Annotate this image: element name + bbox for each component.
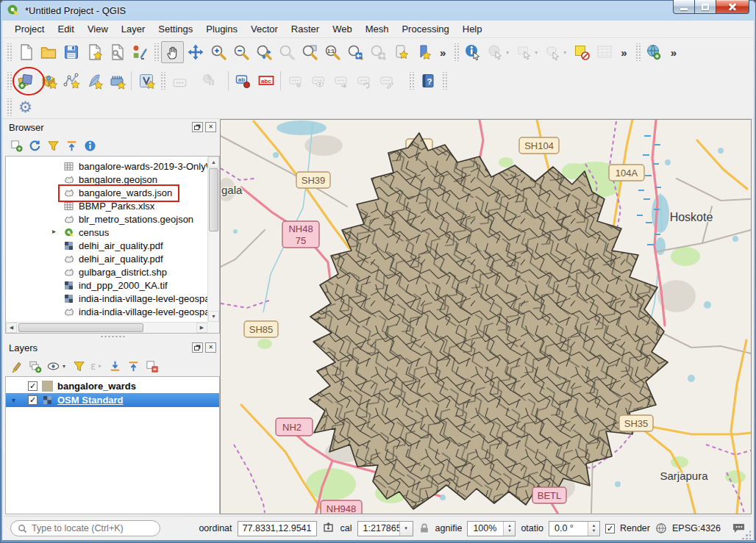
zoom-full-extent-button[interactable] — [252, 41, 275, 63]
combo-dropdown-icon[interactable]: ▾ — [399, 522, 413, 536]
scroll-left-icon[interactable]: ◀ — [6, 323, 17, 333]
pan-map-button[interactable] — [161, 41, 184, 63]
zoom-native-button[interactable]: 1:1 — [321, 41, 343, 63]
browser-item[interactable]: blr_metro_stations.geojson — [6, 212, 219, 226]
browser-item-census[interactable]: ▸census — [6, 226, 219, 239]
toolbar-grip[interactable] — [6, 98, 12, 116]
menu-layer[interactable]: Layer — [115, 21, 152, 37]
map-canvas[interactable]: S NH2 SH39 SH104 104A — [221, 120, 751, 514]
render-checkbox[interactable]: ✓ — [605, 524, 615, 533]
run-feature-action-button[interactable]: ▾ — [484, 41, 507, 63]
pin-unpin-labels-button[interactable] — [284, 70, 307, 92]
menu-web[interactable]: Web — [326, 21, 359, 37]
browser-horizontal-scrollbar[interactable]: ◀ ▶ — [6, 322, 207, 333]
browser-item[interactable]: india-india-village-level-geospa — [6, 292, 219, 305]
pan-to-selection-button[interactable] — [184, 41, 207, 63]
browser-item[interactable]: bangalore-wards-2019-3-OnlyW — [6, 159, 219, 173]
browser-item[interactable]: gulbarga_district.shp — [6, 265, 219, 278]
locator-input[interactable] — [32, 523, 153, 533]
toolbar-overflow-chevron[interactable]: » — [616, 46, 632, 59]
layer-name[interactable]: bangalore_wards — [57, 381, 136, 392]
crs-status[interactable]: EPSG:4326 — [672, 523, 721, 533]
scroll-down-icon[interactable]: ▼ — [208, 311, 219, 322]
locator-box[interactable] — [10, 520, 160, 536]
dropdown-caret-icon[interactable]: ▾ — [532, 49, 540, 56]
menu-project[interactable]: Project — [8, 21, 51, 37]
toolbar-grip[interactable] — [6, 43, 12, 61]
spin-down-icon[interactable]: ▼ — [592, 529, 596, 533]
dropdown-caret-icon[interactable]: ▾ — [504, 49, 511, 56]
toggle-unplaced-labels-button[interactable]: abc — [254, 70, 277, 92]
select-features-button[interactable]: ▾ — [513, 41, 535, 63]
scroll-up-icon[interactable]: ▲ — [208, 157, 219, 168]
lock-scale-icon[interactable] — [418, 522, 430, 534]
layers-float-button[interactable] — [192, 342, 203, 353]
new-project-button[interactable] — [14, 41, 37, 63]
zoom-last-button[interactable] — [343, 41, 366, 63]
magnifier-spinner[interactable]: 100%▲▼ — [467, 521, 516, 536]
remove-layer-button[interactable] — [145, 359, 159, 373]
open-data-source-manager-button[interactable] — [14, 70, 37, 92]
menu-processing[interactable]: Processing — [395, 21, 455, 37]
manage-themes-button[interactable]: ▾ — [46, 359, 68, 373]
filter-legend-button[interactable] — [72, 359, 86, 373]
browser-item[interactable]: BBMP_Parks.xlsx — [6, 199, 219, 212]
open-project-button[interactable] — [37, 41, 60, 63]
spin-up-icon[interactable]: ▲ — [592, 524, 596, 528]
layer-diagram-button[interactable] — [198, 70, 221, 92]
menu-view[interactable]: View — [81, 21, 115, 37]
metasearch-button[interactable] — [643, 41, 666, 63]
refresh-button[interactable] — [28, 139, 42, 153]
toolbar-grip[interactable] — [453, 43, 459, 61]
menu-settings[interactable]: Settings — [151, 21, 199, 37]
browser-close-button[interactable]: ✕ — [205, 122, 216, 132]
collapse-all-button[interactable] — [126, 359, 140, 373]
toolbar-overflow-chevron[interactable]: » — [435, 46, 451, 59]
menu-help[interactable]: Help — [456, 21, 489, 37]
expand-all-button[interactable] — [108, 359, 122, 373]
toolbar-grip[interactable] — [408, 72, 414, 90]
menu-mesh[interactable]: Mesh — [359, 21, 396, 37]
extents-icon[interactable] — [322, 522, 335, 535]
zoom-to-selection-button[interactable] — [275, 41, 298, 63]
scale-combobox[interactable]: 1:217865▾ — [357, 521, 413, 536]
highlight-pinned-labels-button[interactable]: ab — [232, 70, 254, 92]
properties-widget-button[interactable] — [83, 139, 97, 153]
rotate-label-button[interactable] — [352, 70, 375, 92]
zoom-in-button[interactable] — [207, 41, 229, 63]
toolbar-grip[interactable] — [160, 72, 165, 90]
layer-row-bangalore-wards[interactable]: ✓ bangalore_wards — [6, 379, 219, 393]
maximize-button[interactable] — [695, 0, 716, 14]
messages-icon[interactable] — [732, 522, 746, 534]
spin-down-icon[interactable]: ▼ — [507, 529, 511, 533]
layers-close-button[interactable]: ✕ — [205, 342, 216, 353]
menu-vector[interactable]: Vector — [244, 21, 285, 37]
crs-globe-icon[interactable] — [655, 522, 667, 534]
layer-labeling-button[interactable] — [168, 70, 190, 92]
browser-item[interactable]: ind_ppp_2000_KA.tif — [6, 278, 219, 292]
style-manager-button[interactable] — [128, 41, 151, 63]
dropdown-caret-icon[interactable]: ▾ — [60, 363, 68, 370]
toolbar-grip[interactable] — [153, 43, 159, 61]
zoom-out-button[interactable] — [229, 41, 252, 63]
menu-edit[interactable]: Edit — [51, 21, 80, 37]
toolbar-grip[interactable] — [6, 72, 12, 90]
new-shapefile-layer-button[interactable] — [60, 70, 82, 92]
spin-up-icon[interactable]: ▲ — [507, 524, 511, 528]
menu-plugins[interactable]: Plugins — [199, 21, 244, 37]
collapse-all-button[interactable] — [65, 139, 79, 153]
title-bar[interactable]: *Untitled Project - QGIS — [0, 0, 756, 21]
dock-splitter[interactable] — [5, 334, 220, 339]
layer-styling-button[interactable] — [10, 359, 24, 373]
show-bookmarks-button[interactable] — [412, 41, 435, 63]
layer-checkbox[interactable]: ✓ — [28, 395, 38, 405]
browser-item[interactable]: delhi_air_quality.pdf — [6, 252, 219, 265]
new-spatialite-layer-button[interactable] — [82, 70, 105, 92]
filter-browser-button[interactable] — [46, 139, 60, 153]
new-mesh-layer-button[interactable] — [105, 70, 128, 92]
show-layout-manager-button[interactable] — [105, 41, 128, 63]
layers-list[interactable]: ✓ bangalore_wards ▾ ✓ OSM Standard — [5, 376, 220, 514]
toolbar-grip[interactable] — [635, 43, 641, 61]
new-virtual-layer-button[interactable] — [135, 70, 157, 92]
new-geopackage-layer-button[interactable] — [37, 70, 60, 92]
